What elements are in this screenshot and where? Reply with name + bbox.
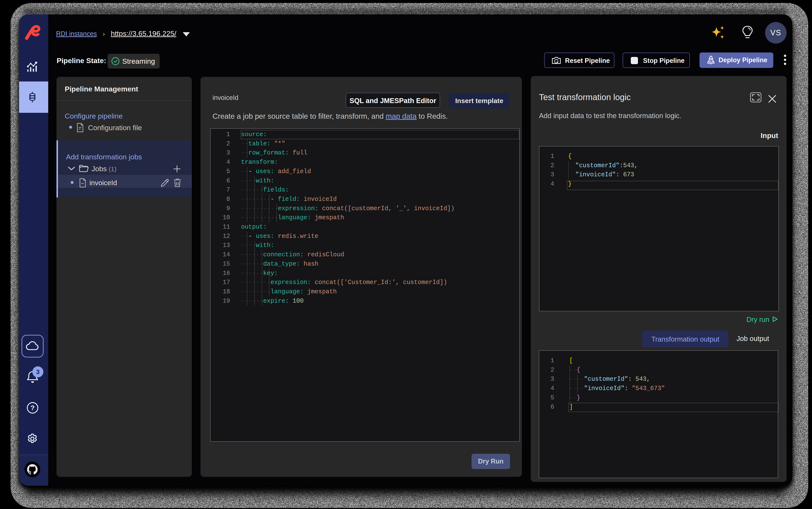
svg-text:?: ? xyxy=(31,404,35,412)
